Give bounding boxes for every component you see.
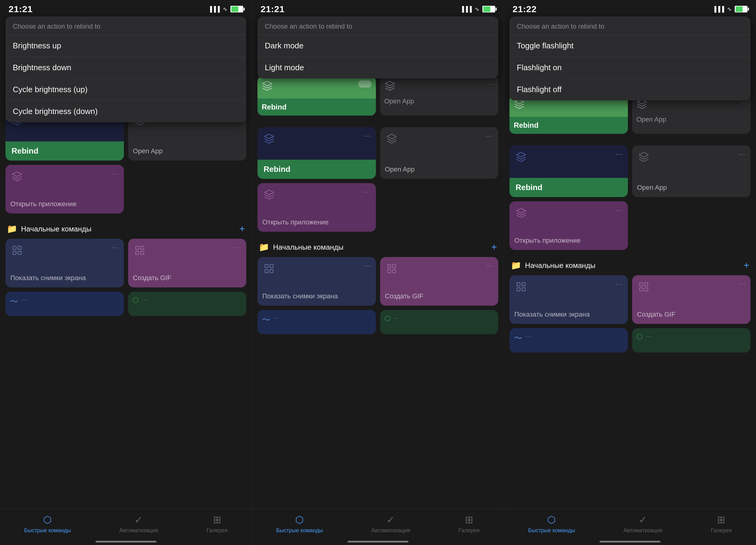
dropdown-3[interactable]: Choose an action to rebind to Toggle fla…	[509, 16, 751, 100]
svg-rect-10	[265, 270, 268, 273]
rebind-btn-3[interactable]: Rebind	[509, 117, 628, 134]
card-title-openapp-3: Open App	[637, 184, 746, 192]
shortcut-card-openapp-2[interactable]: ··· Open App	[380, 127, 499, 179]
card-menu-12[interactable]: ···	[738, 150, 746, 158]
card-menu-11[interactable]: ···	[616, 150, 623, 158]
phone-panel-3: 21:22 ▐▐▐ ∿ Choose an action to rebind t…	[504, 0, 756, 545]
svg-rect-11	[270, 270, 273, 273]
tab-gallery-1[interactable]: ⊞ Галерея	[207, 514, 228, 534]
shortcut-card-layers-bottom-3[interactable]: ⬡ ···	[632, 328, 751, 352]
card-menu-13[interactable]: ···	[616, 206, 623, 214]
wave-menu-1[interactable]: ···	[21, 296, 27, 304]
card-menu-14[interactable]: ···	[616, 280, 623, 288]
svg-rect-8	[265, 265, 268, 268]
tab-automation-2[interactable]: ✓ Автоматизация	[371, 514, 410, 534]
shortcut-card-app-2[interactable]: ··· Открыть приложение	[257, 183, 376, 232]
shortcut-card-gif-3[interactable]: ··· Создать GIF	[632, 275, 751, 324]
open-app-card-2: ··· Open App	[380, 76, 499, 116]
shortcut-card-app-3[interactable]: ··· Открыть приложение	[509, 201, 628, 250]
dropdown-2[interactable]: Choose an action to rebind to Dark mode …	[257, 16, 498, 79]
tab-shortcuts-3[interactable]: ⬡ Быстрые команды	[528, 514, 575, 534]
status-icons-3: ▐▐▐ ∿	[712, 6, 747, 12]
shortcut-card-wave-2[interactable]: 〜 ···	[257, 310, 376, 334]
rebind-button-3[interactable]: Rebind	[509, 178, 628, 197]
shortcut-card-gif-2[interactable]: ··· Создать GIF	[380, 257, 499, 306]
battery-icon-1	[230, 6, 243, 12]
card-menu-3[interactable]: ···	[111, 170, 119, 178]
card-menu-6[interactable]: ···	[363, 132, 371, 140]
rebind-button-1[interactable]: Rebind	[5, 142, 124, 161]
folder-icon-1: 📁	[7, 224, 17, 234]
card-title-openapp-2: Open App	[385, 165, 494, 174]
card-menu-5[interactable]: ···	[234, 244, 241, 252]
tab-shortcuts-2[interactable]: ⬡ Быстрые команды	[276, 514, 323, 534]
section-header-3: 📁 Начальные команды +	[509, 254, 751, 275]
grid-row3-3: ··· Показать снимки экрана ···	[509, 275, 751, 324]
dropdown-item-cycle-down[interactable]: Cycle brightness (down)	[5, 101, 246, 122]
status-bar-3: 21:22 ▐▐▐ ∿	[504, 0, 756, 16]
dropdown-item-flashlight-on[interactable]: Flashlight on	[509, 57, 751, 79]
card-menu-15[interactable]: ···	[738, 280, 746, 288]
card-menu-8[interactable]: ···	[363, 188, 371, 196]
tab-shortcuts-1[interactable]: ⬡ Быстрые команды	[24, 514, 71, 534]
shortcut-card-gif-1[interactable]: ··· Создать GIF	[128, 239, 247, 287]
card-title-screenshots-3: Показать снимки экрана	[514, 310, 623, 319]
card-menu-9[interactable]: ···	[363, 262, 371, 270]
dropdown-item-cycle-up[interactable]: Cycle brightness (up)	[5, 79, 246, 101]
wave-menu-3[interactable]: ···	[525, 332, 531, 340]
status-time-1: 21:21	[9, 4, 33, 14]
shortcuts-area-3: ··· Открыть приложение 1 Rebind ···	[504, 140, 756, 508]
dropdown-item-toggle-flashlight[interactable]: Toggle flashlight	[509, 35, 751, 57]
dropdown-item-brightness-up[interactable]: Brightness up	[5, 35, 246, 57]
status-time-2: 21:21	[261, 4, 285, 14]
tab-bar-3: ⬡ Быстрые команды ✓ Автоматизация ⊞ Гале…	[504, 508, 756, 545]
section-left-3: 📁 Начальные команды	[511, 260, 596, 271]
card-title-gif-2: Создать GIF	[385, 292, 494, 301]
rebind-button-2[interactable]: Rebind	[257, 160, 376, 179]
shortcut-card-wave-3[interactable]: 〜 ···	[509, 328, 628, 352]
dropdown-item-dark-mode[interactable]: Dark mode	[257, 35, 498, 57]
tab-gallery-label-1: Галерея	[207, 527, 228, 534]
svg-rect-16	[517, 283, 520, 286]
tab-gallery-icon-2: ⊞	[465, 514, 473, 526]
wave-menu-2[interactable]: ···	[273, 314, 279, 322]
tab-gallery-3[interactable]: ⊞ Галерея	[711, 514, 732, 534]
dropdown-item-light-mode[interactable]: Light mode	[257, 57, 498, 79]
screenshot-icon-3	[514, 280, 528, 293]
dropdown-item-brightness-down[interactable]: Brightness down	[5, 57, 246, 79]
layers-icon-12	[637, 150, 650, 164]
shortcut-card-app-1[interactable]: ··· Открыть приложение	[5, 165, 124, 214]
layers-icon-6	[262, 132, 276, 145]
layers-bottom-menu-3[interactable]: ···	[646, 332, 651, 340]
shortcut-card-layers-bottom-1[interactable]: ⬡ ···	[128, 292, 247, 316]
layers-bottom-menu-1[interactable]: ···	[142, 296, 147, 304]
tab-automation-1[interactable]: ✓ Автоматизация	[119, 514, 158, 534]
shortcut-card-screenshots-2[interactable]: ··· Показать снимки экрана	[257, 257, 376, 306]
shortcut-card-screenshots-1[interactable]: ··· Показать снимки экрана	[5, 239, 124, 287]
card-menu-4[interactable]: ···	[111, 244, 119, 252]
svg-rect-9	[270, 265, 273, 268]
card-menu-10[interactable]: ···	[486, 262, 493, 270]
tab-gallery-label-3: Галерея	[711, 527, 732, 534]
shortcut-card-app1-3[interactable]: ··· Открыть приложение 1 Rebind	[509, 145, 628, 197]
section-plus-1[interactable]: +	[239, 223, 245, 235]
shortcut-card-openapp-3[interactable]: ··· Open App	[632, 145, 751, 197]
tab-gallery-2[interactable]: ⊞ Галерея	[459, 514, 480, 534]
card-menu-7[interactable]: ···	[486, 132, 493, 140]
card-top-6: ···	[262, 132, 371, 145]
shortcut-card-wave-1[interactable]: 〜 ···	[5, 292, 124, 316]
tab-automation-3[interactable]: ✓ Автоматизация	[623, 514, 662, 534]
section-plus-2[interactable]: +	[491, 242, 497, 253]
svg-rect-15	[393, 270, 396, 273]
shortcut-card-screenshots-3[interactable]: ··· Показать снимки экрана	[509, 275, 628, 324]
layers-bottom-menu-2[interactable]: ···	[394, 314, 399, 322]
section-plus-3[interactable]: +	[744, 260, 749, 271]
shortcut-card-app1-2[interactable]: ··· Открыть приложение 1 Rebind	[257, 127, 376, 179]
card-top-5: ···	[133, 244, 242, 257]
dropdown-item-flashlight-off[interactable]: Flashlight off	[509, 79, 751, 100]
shortcut-card-layers-bottom-2[interactable]: ⬡ ···	[380, 310, 499, 334]
svg-rect-17	[522, 283, 525, 286]
green-card-behind-2: Rebind	[257, 76, 376, 116]
rebind-btn-2[interactable]: Rebind	[257, 99, 376, 116]
dropdown-1[interactable]: Choose an action to rebind to Brightness…	[5, 16, 246, 122]
